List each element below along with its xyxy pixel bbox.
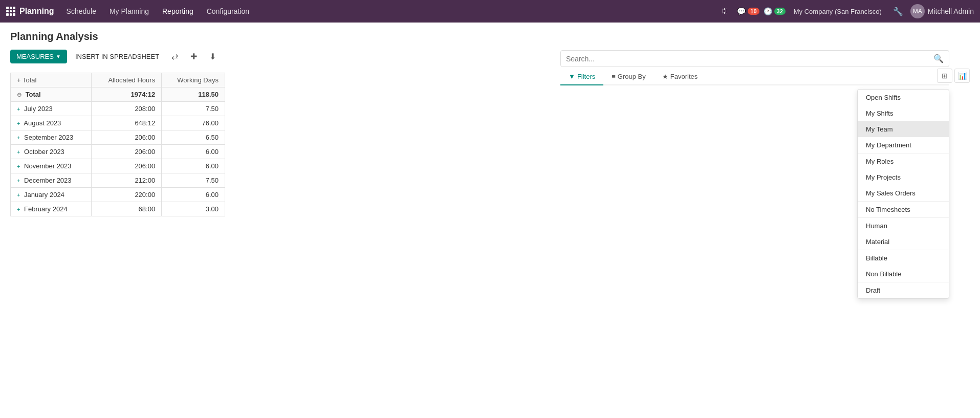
filter-item-my-department[interactable]: My Department [858,137,949,153]
filter-item-human[interactable]: Human [858,218,949,234]
row-label: November 2023 [24,162,72,170]
insert-spreadsheet-button[interactable]: INSERT IN SPREADSHEET [71,50,163,63]
working-days-header: Working Days [162,73,225,87]
help-icon[interactable]: ⛭ [716,3,733,19]
row-allocated-hours: 212:00 [92,173,162,188]
activities-btn[interactable]: 🕐 32 [764,7,786,15]
user-menu[interactable]: MA Mitchell Admin [910,4,974,18]
row-working-days: 6.50 [162,130,225,145]
row-working-days: 6.00 [162,159,225,173]
total-header-cell: + Total [11,73,92,87]
row-allocated-hours: 208:00 [92,102,162,116]
row-allocated-hours: 206:00 [92,145,162,159]
table-row: + September 2023 206:00 6.50 [11,130,225,145]
allocated-hours-header: Allocated Hours [92,73,162,87]
clock-icon: 🕐 [764,7,772,15]
user-name: Mitchell Admin [928,7,974,15]
filter-item-draft[interactable]: Draft [858,282,949,298]
filter-item-non-billable[interactable]: Non Billable [858,266,949,282]
page-title: Planning Analysis [10,31,970,42]
total-label-cell: ⊖ Total [11,87,92,102]
brand[interactable]: Planning [6,7,54,16]
filters-dropdown: Open ShiftsMy ShiftsMy TeamMy Department… [857,89,949,299]
data-table-container: + Total Allocated Hours Working Days ⊖ T… [10,73,970,216]
expand-icon[interactable]: + [17,120,20,126]
total-label: Total [26,91,41,98]
expand-icon[interactable]: + [17,163,20,169]
company-name[interactable]: My Company (San Francisco) [790,8,886,15]
avatar: MA [910,4,925,18]
favorites-icon: ★ [662,73,668,80]
filter-item-my-sales-orders[interactable]: My Sales Orders [858,185,949,201]
expand-icon[interactable]: + [17,178,20,184]
expand-icon[interactable]: + [17,106,20,112]
row-label-cell: + January 2024 [11,188,92,202]
nav-schedule[interactable]: Schedule [60,4,102,18]
row-working-days: 3.00 [162,202,225,216]
plus-expand-icon[interactable]: + [17,76,21,84]
filter-item-my-shifts[interactable]: My Shifts [858,105,949,121]
row-allocated-hours: 206:00 [92,130,162,145]
row-working-days: 76.00 [162,116,225,130]
total-working-days: 118.50 [162,87,225,102]
row-label: August 2023 [24,119,61,127]
search-container: 🔍 [560,50,949,67]
grid-icon [6,7,15,16]
collapse-icon[interactable]: ⊖ [17,92,21,98]
search-icon[interactable]: 🔍 [933,54,944,63]
brand-name: Planning [19,7,54,16]
row-allocated-hours: 206:00 [92,159,162,173]
row-working-days: 6.00 [162,188,225,202]
messages-badge: 10 [748,8,759,15]
filter-item-my-team[interactable]: My Team [858,121,949,137]
dropdown-group: BillableNon Billable [858,250,949,282]
nav-reporting[interactable]: Reporting [156,4,200,18]
messages-icon: 💬 [737,7,746,15]
nav-my-planning[interactable]: My Planning [103,4,155,18]
table-row: + August 2023 648:12 76.00 [11,116,225,130]
tab-favorites[interactable]: ★ Favorites [654,69,706,85]
row-label: July 2023 [24,105,53,113]
tab-group-by-label: Group By [618,73,646,80]
row-label-cell: + July 2023 [11,102,92,116]
dropdown-group: Draft [858,282,949,298]
expand-icon[interactable]: + [17,192,20,198]
row-working-days: 7.50 [162,173,225,188]
activities-badge: 32 [774,8,786,15]
filter-icon: ▼ [569,73,575,80]
filter-item-open-shifts[interactable]: Open Shifts [858,90,949,105]
row-allocated-hours: 68:00 [92,202,162,216]
filter-item-my-projects[interactable]: My Projects [858,169,949,185]
settings-icon[interactable]: 🔧 [890,3,906,19]
row-allocated-hours: 648:12 [92,116,162,130]
expand-icon[interactable]: + [17,149,20,155]
dropdown-group: HumanMaterial [858,218,949,250]
row-label-cell: + November 2023 [11,159,92,173]
filter-bar: ▼ Filters ≡ Group By ★ Favorites [560,69,949,85]
dropdown-group: My RolesMy ProjectsMy Sales Orders [858,153,949,202]
filter-item-no-timesheets[interactable]: No Timesheets [858,202,949,217]
table-row: + December 2023 212:00 7.50 [11,173,225,188]
search-input[interactable] [566,55,933,63]
filter-item-billable[interactable]: Billable [858,250,949,266]
messages-btn[interactable]: 💬 10 [737,7,759,15]
navbar: Planning Schedule My Planning Reporting … [0,0,980,23]
tab-group-by[interactable]: ≡ Group By [603,69,654,85]
measures-button[interactable]: MEASURES ▼ [10,50,67,63]
nav-configuration[interactable]: Configuration [201,4,255,18]
chart-view-btn[interactable]: 📊 [954,69,970,83]
row-label: October 2023 [24,148,64,156]
add-icon[interactable]: ✚ [186,49,201,64]
swap-icon[interactable]: ⇄ [167,49,182,64]
row-label: December 2023 [24,177,72,184]
expand-icon[interactable]: + [17,135,20,141]
chevron-down-icon: ▼ [56,54,61,59]
table-row: + February 2024 68:00 3.00 [11,202,225,216]
filter-item-material[interactable]: Material [858,234,949,250]
nav-menu: Schedule My Planning Reporting Configura… [60,4,715,18]
download-icon[interactable]: ⬇ [205,49,220,64]
row-label-cell: + February 2024 [11,202,92,216]
tab-filters[interactable]: ▼ Filters [560,69,603,85]
expand-icon[interactable]: + [17,206,20,212]
filter-item-my-roles[interactable]: My Roles [858,153,949,169]
